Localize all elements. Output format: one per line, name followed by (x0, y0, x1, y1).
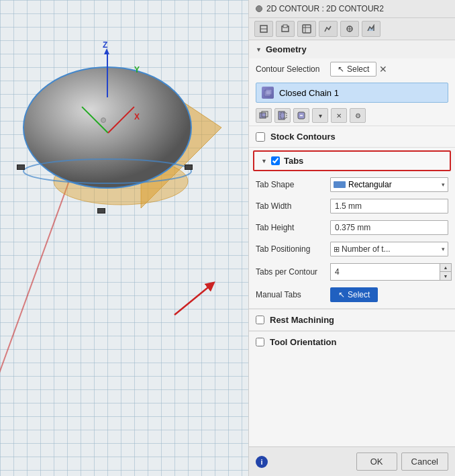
cancel-button[interactable]: Cancel (401, 453, 448, 471)
tab-shape-value: Rectangular (348, 180, 439, 189)
chain-actions-toolbar: ▾ ✕ ⚙ (249, 105, 455, 126)
tool-orientation-checkbox[interactable] (256, 338, 264, 346)
chain-btn-2[interactable] (274, 108, 291, 123)
geometry-header[interactable]: ▼ Geometry (249, 40, 455, 58)
geometry-section: ▼ Geometry Contour Selection ↖ Select ✕ (249, 40, 455, 148)
window-title: 2D CONTOUR : 2D CONTOUR2 (266, 4, 384, 13)
handle-left (17, 164, 25, 170)
stock-contours-row: Stock Contours (249, 126, 455, 147)
panel-content[interactable]: ▼ Geometry Contour Selection ↖ Select ✕ (249, 40, 455, 446)
toolbar-btn-6[interactable] (362, 21, 381, 37)
stock-contours-label: Stock Contours (270, 132, 336, 142)
manual-tabs-cursor-icon: ↖ (338, 290, 345, 299)
rest-machining-checkbox[interactable] (256, 316, 264, 324)
bottom-buttons: OK Cancel (356, 453, 448, 471)
handle-bottom (97, 208, 105, 213)
toolbar-btn-1[interactable] (254, 21, 273, 37)
contour-selection-row: Contour Selection ↖ Select ✕ (249, 58, 455, 80)
title-dot (256, 5, 262, 12)
tabs-per-contour-control: ▲ ▼ (330, 263, 452, 281)
chain-dropdown-btn[interactable]: ▾ (312, 108, 328, 123)
geometry-collapse-icon: ▼ (256, 46, 262, 53)
tabs-title: Tabs (284, 156, 303, 166)
toolbar-btn-5[interactable] (340, 21, 359, 37)
bottom-bar: i OK Cancel (249, 446, 455, 476)
contour-selection-control: ↖ Select ✕ (330, 62, 448, 77)
geometry-title: Geometry (266, 44, 307, 54)
right-panel: 2D CONTOUR : 2D CONTOUR2 ▼ Geometry (248, 0, 455, 476)
cursor-icon: ↖ (338, 64, 344, 74)
spinbox-controls: ▲ ▼ (440, 264, 451, 280)
tabs-collapse-icon: ▼ (261, 158, 267, 164)
tool-orientation-label: Tool Orientation (270, 337, 336, 347)
3d-object-group: Z Y X (20, 54, 221, 228)
hash-icon: ⊞ (334, 245, 340, 254)
tab-positioning-control: ⊞ Number of t... ▾ (330, 242, 448, 256)
z-axis-line (107, 54, 108, 97)
tab-width-control (330, 199, 448, 213)
stock-contours-checkbox[interactable] (256, 132, 265, 142)
x-axis-label: X (134, 112, 140, 122)
contour-select-label: Select (347, 64, 369, 74)
chain-btn-1[interactable] (256, 108, 272, 123)
tab-width-label: Tab Width (256, 201, 326, 211)
tab-height-control (330, 220, 448, 235)
manual-tabs-select-label: Select (348, 290, 370, 299)
title-bar: 2D CONTOUR : 2D CONTOUR2 (249, 0, 455, 18)
center-dot (101, 117, 106, 123)
svg-rect-18 (260, 113, 266, 118)
contour-close-button[interactable]: ✕ (376, 64, 390, 75)
handle-right (185, 164, 193, 170)
3d-viewport[interactable]: Z Y X (0, 0, 248, 476)
rectangular-icon (334, 181, 346, 188)
ok-button[interactable]: OK (356, 453, 397, 471)
manual-tabs-row: Manual Tabs ↖ Select (249, 284, 455, 305)
tabs-per-contour-label: Tabs per Contour (256, 267, 326, 277)
tabs-checkbox[interactable] (271, 156, 280, 165)
toolbar (249, 18, 455, 40)
tab-shape-arrow: ▾ (442, 181, 445, 188)
chain-close-btn[interactable]: ✕ (331, 108, 347, 123)
tab-positioning-label: Tab Positioning (256, 244, 326, 254)
toolbar-btn-2[interactable] (276, 21, 295, 37)
chain-item[interactable]: Closed Chain 1 (256, 83, 448, 103)
manual-tabs-control: ↖ Select (330, 287, 448, 302)
spin-up-btn[interactable]: ▲ (440, 264, 451, 272)
tabs-per-contour-row: Tabs per Contour ▲ ▼ (249, 260, 455, 284)
red-annotation-arrow (168, 275, 221, 322)
tab-shape-control: Rectangular ▾ (330, 177, 448, 192)
contour-selection-label: Contour Selection (256, 64, 326, 74)
tab-positioning-dropdown[interactable]: ⊞ Number of t... ▾ (330, 242, 448, 256)
tab-height-label: Tab Height (256, 223, 326, 232)
info-icon[interactable]: i (256, 456, 268, 468)
tabs-per-contour-input[interactable] (331, 264, 440, 280)
tab-positioning-arrow: ▾ (442, 246, 445, 252)
chain-btn-3[interactable] (293, 108, 309, 123)
svg-line-5 (174, 285, 211, 315)
tabs-section-header[interactable]: ▼ Tabs (253, 150, 451, 171)
tab-height-input[interactable] (330, 220, 448, 235)
manual-tabs-select-button[interactable]: ↖ Select (330, 287, 378, 302)
tab-positioning-value: Number of t... (342, 244, 442, 254)
rest-machining-row: Rest Machining (249, 309, 455, 330)
tab-shape-label: Tab Shape (256, 180, 326, 189)
chain-item-label: Closed Chain 1 (279, 88, 339, 98)
tab-width-input[interactable] (330, 199, 448, 213)
svg-rect-10 (303, 25, 311, 33)
tab-shape-row: Tab Shape Rectangular ▾ (249, 174, 455, 195)
svg-rect-17 (266, 89, 272, 95)
spin-down-btn[interactable]: ▼ (440, 272, 451, 280)
contour-select-button[interactable]: ↖ Select (330, 62, 376, 77)
manual-tabs-label: Manual Tabs (256, 290, 326, 299)
tool-orientation-row: Tool Orientation (249, 331, 455, 352)
tabs-per-contour-spinbox: ▲ ▼ (330, 263, 452, 281)
toolbar-btn-4[interactable] (319, 21, 338, 37)
toolbar-btn-3[interactable] (297, 21, 316, 37)
tabs-section: ▼ Tabs Tab Shape Rectangular ▾ Tab Width (249, 150, 455, 305)
chain-gear-btn[interactable]: ⚙ (350, 108, 366, 123)
tab-shape-dropdown[interactable]: Rectangular ▾ (330, 177, 448, 192)
chain-cube-icon (262, 87, 274, 99)
tab-width-row: Tab Width (249, 195, 455, 217)
tab-positioning-row: Tab Positioning ⊞ Number of t... ▾ (249, 238, 455, 260)
z-axis-label: Z (103, 40, 107, 50)
